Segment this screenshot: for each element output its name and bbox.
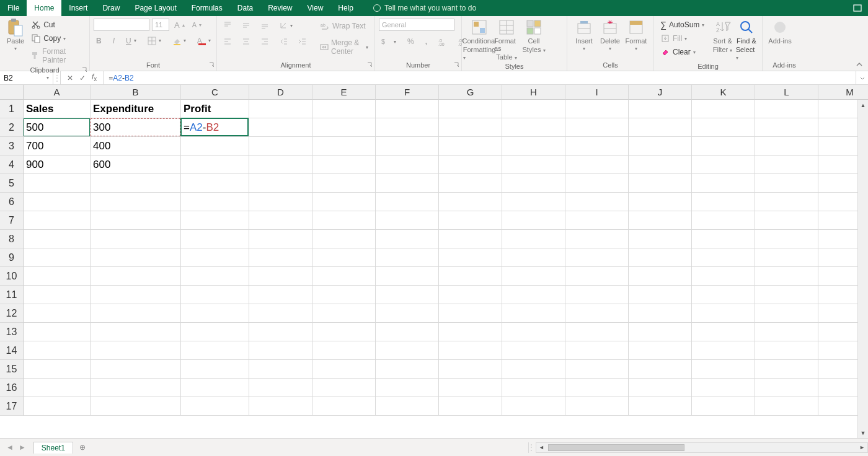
cell-L6[interactable] (755, 193, 818, 211)
cell-H16[interactable] (502, 379, 565, 397)
cell-F14[interactable] (376, 341, 439, 360)
cell-J9[interactable] (629, 248, 692, 267)
cell-D9[interactable] (249, 248, 312, 267)
orientation-button[interactable]: ▾ (277, 20, 295, 31)
cell-F13[interactable] (376, 323, 439, 341)
find-select-button[interactable]: Find & Select ▾ (735, 17, 758, 62)
cell-C14[interactable] (181, 341, 249, 360)
cell-B2[interactable]: 300 (91, 118, 181, 137)
cell-D1[interactable] (249, 100, 312, 118)
cell-E1[interactable] (312, 100, 376, 118)
format-cells-button[interactable]: Format▾ (623, 17, 649, 53)
enter-formula-button[interactable]: ✓ (79, 74, 86, 82)
align-center-button[interactable] (239, 36, 253, 47)
cell-E7[interactable] (312, 211, 376, 230)
format-as-table-button[interactable]: Format as Table ▾ (493, 17, 520, 62)
cell-D8[interactable] (249, 230, 312, 248)
cell-J2[interactable] (629, 118, 692, 137)
comma-format-button[interactable]: , (423, 36, 430, 47)
cell-G1[interactable] (439, 100, 502, 118)
column-header-G[interactable]: G (439, 85, 502, 100)
cell-K8[interactable] (692, 230, 755, 248)
cell-F16[interactable] (376, 379, 439, 397)
cell-I16[interactable] (565, 379, 629, 397)
cell-I10[interactable] (565, 267, 629, 286)
cell-B3[interactable]: 400 (91, 137, 181, 156)
cell-F2[interactable] (376, 118, 439, 137)
cell-G17[interactable] (439, 397, 502, 416)
bold-button[interactable]: B (94, 35, 104, 46)
cell-K10[interactable] (692, 267, 755, 286)
sheet-tab-1[interactable]: Sheet1 (33, 442, 73, 454)
cell-A7[interactable] (24, 211, 91, 230)
cell-F3[interactable] (376, 137, 439, 156)
tab-file[interactable]: File (0, 0, 27, 16)
cell-A9[interactable] (24, 248, 91, 267)
tell-me-search[interactable]: Tell me what you want to do (373, 4, 476, 12)
cell-I8[interactable] (565, 230, 629, 248)
cell-L5[interactable] (755, 174, 818, 193)
cell-E6[interactable] (312, 193, 376, 211)
add-sheet-button[interactable]: ⊕ (79, 443, 86, 452)
cell-A4[interactable]: 900 (24, 156, 91, 174)
cancel-formula-button[interactable]: ✕ (67, 74, 73, 82)
cell-I4[interactable] (565, 156, 629, 174)
cell-L17[interactable] (755, 397, 818, 416)
scroll-up-button[interactable]: ▲ (858, 100, 868, 110)
align-bottom-button[interactable] (258, 20, 272, 31)
cell-J11[interactable] (629, 286, 692, 304)
cell-E11[interactable] (312, 286, 376, 304)
collapse-ribbon-button[interactable] (856, 61, 863, 68)
cell-D15[interactable] (249, 360, 312, 379)
cell-L15[interactable] (755, 360, 818, 379)
cell-C4[interactable] (181, 156, 249, 174)
cell-L16[interactable] (755, 379, 818, 397)
cell-B8[interactable] (91, 230, 181, 248)
cell-H4[interactable] (502, 156, 565, 174)
cell-E10[interactable] (312, 267, 376, 286)
sheet-nav-next[interactable]: ► (16, 443, 29, 452)
cell-K17[interactable] (692, 397, 755, 416)
cell-A8[interactable] (24, 230, 91, 248)
cell-C8[interactable] (181, 230, 249, 248)
row-header-16[interactable]: 16 (0, 379, 24, 397)
cell-E2[interactable] (312, 118, 376, 137)
cell-J16[interactable] (629, 379, 692, 397)
cell-E15[interactable] (312, 360, 376, 379)
cell-H1[interactable] (502, 100, 565, 118)
copy-button[interactable]: Copy ▾ (29, 32, 86, 45)
cell-D16[interactable] (249, 379, 312, 397)
column-header-H[interactable]: H (502, 85, 565, 100)
cell-K3[interactable] (692, 137, 755, 156)
delete-cells-button[interactable]: Delete▾ (597, 17, 623, 53)
number-dialog-launcher[interactable] (454, 62, 460, 68)
cell-G12[interactable] (439, 304, 502, 323)
cell-B9[interactable] (91, 248, 181, 267)
insert-cells-button[interactable]: Insert▾ (571, 17, 597, 53)
cell-H11[interactable] (502, 286, 565, 304)
cell-A16[interactable] (24, 379, 91, 397)
row-header-10[interactable]: 10 (0, 267, 24, 286)
percent-format-button[interactable]: % (405, 36, 417, 47)
cell-B12[interactable] (91, 304, 181, 323)
cell-C5[interactable] (181, 174, 249, 193)
cell-G14[interactable] (439, 341, 502, 360)
clipboard-dialog-launcher[interactable] (82, 67, 88, 73)
tab-review[interactable]: Review (260, 0, 299, 16)
tab-home[interactable]: Home (27, 0, 61, 16)
row-header-1[interactable]: 1 (0, 100, 24, 118)
cell-A6[interactable] (24, 193, 91, 211)
cell-E12[interactable] (312, 304, 376, 323)
cell-G15[interactable] (439, 360, 502, 379)
cell-H2[interactable] (502, 118, 565, 137)
border-button[interactable]: ▾ (145, 35, 164, 46)
cell-A2[interactable]: 500 (24, 118, 91, 137)
cell-K5[interactable] (692, 174, 755, 193)
cell-F7[interactable] (376, 211, 439, 230)
increase-indent-button[interactable] (295, 36, 309, 47)
number-format-select[interactable]: General (379, 19, 454, 31)
cell-G6[interactable] (439, 193, 502, 211)
cut-button[interactable]: Cut (29, 19, 86, 31)
cell-A10[interactable] (24, 267, 91, 286)
cell-D6[interactable] (249, 193, 312, 211)
